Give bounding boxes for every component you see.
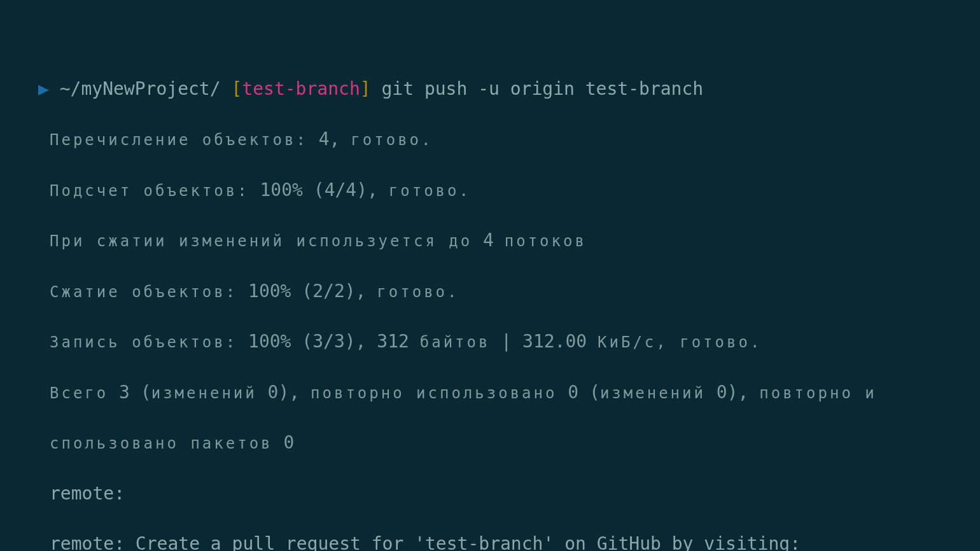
output-line: Запись объектов: 100% (3/3), 312 байтов … <box>38 329 942 354</box>
output-text: байтов <box>420 333 491 351</box>
output-text: 0 <box>273 432 295 453</box>
output-line: Всего 3 (изменений 0), повторно использо… <box>38 380 942 405</box>
git-branch-name: test-branch <box>242 78 360 99</box>
output-text: КиБ/с, готово. <box>598 333 762 351</box>
output-line: Перечисление объектов: 4, готово. <box>38 127 942 152</box>
output-text: 4, <box>308 129 351 150</box>
output-text: Перечисление объектов: <box>50 131 308 149</box>
output-text: повторно использовано <box>311 384 557 402</box>
prompt-arrow-icon: ▶ <box>38 78 49 99</box>
branch-bracket-open: [ <box>231 78 242 99</box>
output-line: Подсчет объектов: 100% (4/4), готово. <box>38 178 942 203</box>
output-text: изменений <box>151 384 257 402</box>
cwd-path: ~/myNewProject/ <box>60 78 221 99</box>
output-text: изменений <box>600 384 706 402</box>
output-line: При сжатии изменений используется до 4 п… <box>38 228 942 253</box>
output-text: 0), <box>257 382 311 403</box>
output-text: готово. <box>389 182 471 200</box>
output-text: готово. <box>377 283 459 301</box>
output-text: 4 <box>472 230 505 251</box>
output-text: потоков <box>505 232 587 250</box>
command-text: git push -u origin test-branch <box>381 78 703 99</box>
output-text: Подсчет объектов: <box>50 182 249 200</box>
output-text: 0 ( <box>557 382 599 403</box>
output-text: повторно и <box>759 384 877 402</box>
output-text: спользовано пакетов <box>50 435 273 452</box>
output-text: 100% (3/3), 312 <box>237 331 420 352</box>
output-text: | 312.00 <box>490 331 598 352</box>
output-text: 3 ( <box>108 382 151 403</box>
output-text: 100% (2/2), <box>237 281 377 302</box>
output-line: Сжатие объектов: 100% (2/2), готово. <box>38 279 942 304</box>
output-text: Запись объектов: <box>50 333 237 351</box>
branch-bracket-close: ] <box>360 78 371 99</box>
output-text: 0), <box>706 382 759 403</box>
output-text: Сжатие объектов: <box>50 283 237 301</box>
output-text: Всего <box>50 384 108 402</box>
output-text: 100% (4/4), <box>249 179 389 200</box>
remote-line: remote: Create a pull request for 'test-… <box>38 531 942 551</box>
remote-line: remote: <box>38 481 942 506</box>
output-text: При сжатии изменений используется до <box>50 232 472 250</box>
terminal-window[interactable]: ▶ ~/myNewProject/ [test-branch] git push… <box>0 0 980 551</box>
output-line: спользовано пакетов 0 <box>38 430 942 456</box>
prompt-line-1: ▶ ~/myNewProject/ [test-branch] git push… <box>38 76 942 102</box>
output-text: готово. <box>351 131 433 149</box>
